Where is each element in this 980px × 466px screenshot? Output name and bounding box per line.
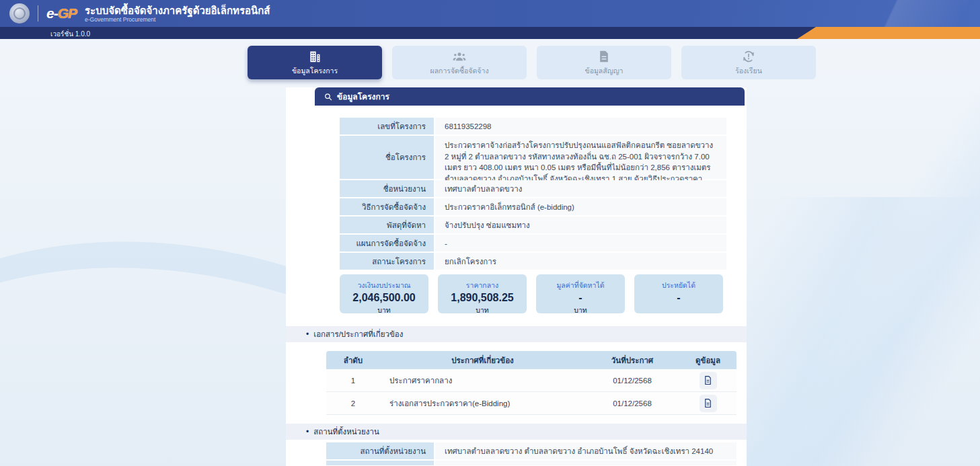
stat-value: 1,890,508.25 [438, 291, 527, 305]
garuda-emblem-icon [9, 3, 30, 24]
stat-title: วงเงินงบประมาณ [340, 280, 428, 291]
field-value [435, 461, 737, 465]
field-value: ยกเลิกโครงการ [435, 253, 726, 270]
app-subtitle: e-Government Procurement [85, 16, 270, 23]
field-value: เทศบาลตำบลลาดขวาง [435, 180, 726, 197]
stat-savings: ประหยัดได้ - [634, 274, 723, 313]
field-value: - [435, 235, 726, 251]
field-label: วิธีการจัดซื้อจัดจ้าง [340, 198, 434, 215]
stat-unit: บาท [536, 305, 625, 316]
main-tabs: ข้อมูลโครงการ ผลการจัดซื้อจัดจ้าง ข้อมูล… [248, 46, 816, 79]
doc-no: 1 [326, 369, 380, 391]
field-label [326, 461, 434, 465]
stat-value: - [634, 291, 723, 305]
field-value: ประกวดราคาอิเล็กทรอนิกส์ (e-bidding) [435, 198, 726, 215]
field-label: สถานที่ตั้งหน่วยงาน [326, 442, 434, 459]
table-row: 1 ประกาศราคากลาง 01/12/2568 [326, 369, 737, 392]
app-title-block: ระบบจัดซื้อจัดจ้างภาครัฐด้วยอิเล็กทรอนิก… [85, 5, 270, 23]
field-value: เทศบาลตำบลลาดขวาง ตำบลลาดขวาง อำเภอบ้านโ… [435, 442, 737, 459]
field-row-agency-name: ชื่อหน่วยงาน เทศบาลตำบลลาดขวาง [340, 180, 726, 197]
tab-project-info[interactable]: ข้อมูลโครงการ [248, 46, 382, 79]
stat-unit: บาท [438, 305, 527, 316]
field-value: ประกวดราคาจ้างก่อสร้างโครงการปรับปรุงถนน… [435, 136, 726, 179]
doc-name: ประกาศราคากลาง [380, 369, 585, 391]
documents-section-header: เอกสาร/ประกาศที่เกี่ยวข้อง [286, 326, 747, 342]
app-title: ระบบจัดซื้อจัดจ้างภาครัฐด้วยอิเล็กทรอนิก… [85, 5, 270, 16]
field-label: ชื่อหน่วยงาน [340, 180, 434, 197]
stat-budget: วงเงินงบประมาณ 2,046,500.00 บาท [340, 274, 428, 313]
column-header-no: ลำดับ [326, 351, 380, 369]
documents-table-header: ลำดับ ประกาศที่เกี่ยวข้อง วันที่ประกาศ ด… [326, 351, 737, 369]
egp-logo-e: e- [46, 5, 58, 21]
document-view-icon [703, 375, 713, 385]
field-row-project-number: เลขที่โครงการ 68119352298 [340, 118, 726, 134]
egp-logo: e-GP [46, 5, 77, 22]
field-row-procurement-method: วิธีการจัดซื้อจัดจ้าง ประกวดราคาอิเล็กทร… [340, 198, 726, 215]
stat-boxes: วงเงินงบประมาณ 2,046,500.00 บาท ราคากลาง… [340, 274, 723, 313]
stat-title: ราคากลาง [438, 280, 527, 291]
field-label: สถานะโครงการ [340, 253, 434, 270]
stat-value: 2,046,500.00 [340, 291, 428, 305]
location-table: สถานที่ตั้งหน่วยงาน เทศบาลตำบลลาดขวาง ตำ… [326, 442, 737, 465]
stat-title: ประหยัดได้ [634, 280, 723, 291]
content-panel: ข้อมูลโครงการ เลขที่โครงการ 68119352298 … [286, 87, 747, 466]
egp-logo-gp: GP [58, 5, 77, 21]
orange-accent-stripe [797, 27, 980, 39]
stat-reference-price: ราคากลาง 1,890,508.25 บาท [438, 274, 527, 313]
app-header: e-GP ระบบจัดซื้อจัดจ้างภาครัฐด้วยอิเล็กท… [0, 0, 980, 27]
field-value: 68119352298 [435, 118, 726, 134]
field-label: เลขที่โครงการ [340, 118, 434, 134]
tab-label: ข้อมูลโครงการ [292, 65, 338, 77]
field-row-project-name: ชื่อโครงการ ประกวดราคาจ้างก่อสร้างโครงกา… [340, 136, 726, 179]
column-header-date: วันที่ประกาศ [585, 351, 679, 369]
field-label: ชื่อโครงการ [340, 136, 434, 179]
field-row-partial [326, 461, 737, 465]
doc-date: 01/12/2568 [585, 369, 679, 391]
version-bar: เวอร์ชั่น 1.0.0 [0, 27, 980, 39]
field-label: พัสดุที่จัดหา [340, 217, 434, 233]
header-divider [38, 5, 38, 22]
search-icon [324, 93, 332, 101]
stat-value: - [536, 291, 625, 305]
stat-title: มูลค่าที่จัดหาได้ [536, 280, 625, 291]
stat-unit: บาท [340, 305, 428, 316]
tab-contract-info[interactable]: ข้อมูลสัญญา [537, 46, 671, 79]
field-row-agency-location: สถานที่ตั้งหน่วยงาน เทศบาลตำบลลาดขวาง ตำ… [326, 442, 737, 459]
project-section-header: ข้อมูลโครงการ [315, 87, 745, 106]
doc-date: 01/12/2568 [585, 392, 679, 414]
field-row-supplies: พัสดุที่จัดหา จ้างปรับปรุง ซ่อมแซมทาง [340, 217, 726, 233]
field-value: จ้างปรับปรุง ซ่อมแซมทาง [435, 217, 726, 233]
document-view-icon [703, 398, 713, 408]
table-row: 2 ร่างเอกสารประกวดราคา(e-Bidding) 01/12/… [326, 392, 737, 415]
complaint-icon [742, 49, 755, 64]
version-label: เวอร์ชั่น 1.0.0 [50, 29, 90, 39]
location-section-header: สถานที่ตั้งหน่วยงาน [286, 424, 747, 440]
stat-procured-value: มูลค่าที่จัดหาได้ - บาท [536, 274, 625, 313]
tab-procurement-results[interactable]: ผลการจัดซื้อจัดจ้าง [392, 46, 527, 79]
doc-name: ร่างเอกสารประกวดราคา(e-Bidding) [380, 392, 585, 414]
tab-label: ร้องเรียน [735, 65, 762, 77]
column-header-view: ดูข้อมูล [679, 351, 737, 369]
section-title: ข้อมูลโครงการ [337, 90, 389, 103]
tab-complaints[interactable]: ร้องเรียน [681, 46, 816, 79]
documents-table: ลำดับ ประกาศที่เกี่ยวข้อง วันที่ประกาศ ด… [326, 351, 737, 415]
people-icon [453, 49, 466, 64]
view-document-button[interactable] [700, 372, 717, 389]
building-icon [308, 49, 322, 64]
project-fields-table: เลขที่โครงการ 68119352298 ชื่อโครงการ ปร… [340, 118, 726, 270]
doc-no: 2 [326, 392, 380, 414]
column-header-name: ประกาศที่เกี่ยวข้อง [380, 351, 585, 369]
field-row-procurement-plan: แผนการจัดซื้อจัดจ้าง - [340, 235, 726, 251]
field-label: แผนการจัดซื้อจัดจ้าง [340, 235, 434, 251]
tab-label: ผลการจัดซื้อจัดจ้าง [430, 65, 488, 77]
field-row-project-status: สถานะโครงการ ยกเลิกโครงการ [340, 253, 726, 270]
document-icon [597, 49, 611, 64]
tab-label: ข้อมูลสัญญา [585, 65, 623, 77]
view-document-button[interactable] [700, 395, 717, 412]
